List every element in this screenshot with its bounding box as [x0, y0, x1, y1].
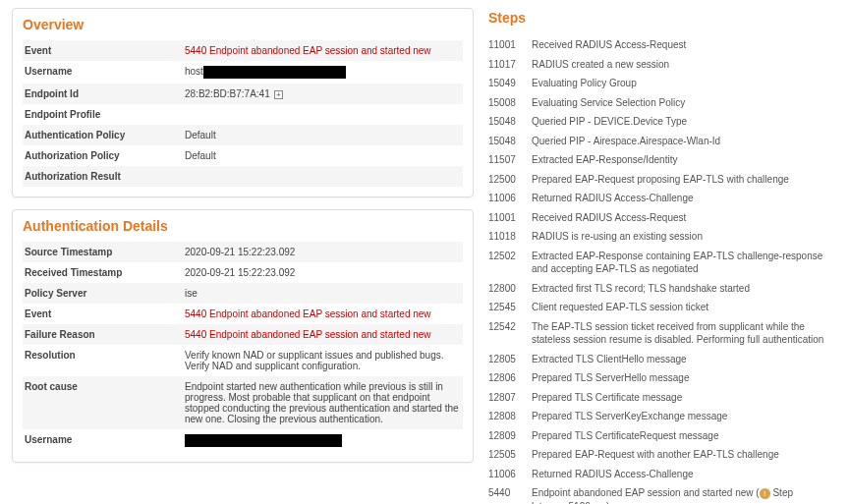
- step-row: 15049Evaluating Policy Group: [488, 74, 837, 93]
- overview-row: Authorization Result: [23, 166, 463, 187]
- step-row: 12805Extracted TLS ClientHello message: [488, 350, 837, 369]
- overview-panel: Overview Event5440 Endpoint abandoned EA…: [12, 8, 474, 197]
- step-text: Evaluating Policy Group: [532, 77, 837, 90]
- step-code: 11018: [488, 230, 532, 244]
- auth-label: Event: [23, 307, 185, 321]
- auth-value: [185, 432, 463, 449]
- step-code: 12800: [488, 282, 532, 296]
- auth-value: Endpoint started new authentication whil…: [185, 379, 463, 426]
- step-code: 12502: [488, 250, 532, 263]
- step-code: 12545: [488, 301, 532, 314]
- overview-value: Default: [185, 128, 463, 142]
- auth-row: Received Timestamp2020-09-21 15:22:23.09…: [23, 262, 463, 283]
- step-text: Prepared TLS CertificateRequest message: [532, 429, 837, 443]
- auth-details-title: Authentication Details: [23, 218, 463, 234]
- overview-value: 28:B2:BD:B7:7A:41+: [185, 86, 463, 101]
- step-row: 12500Prepared EAP-Request proposing EAP-…: [488, 170, 837, 190]
- step-row: 12800Extracted first TLS record; TLS han…: [488, 279, 837, 299]
- auth-value: ise: [185, 286, 463, 301]
- step-code: 12806: [488, 371, 532, 385]
- step-row: 12806Prepared TLS ServerHello message: [488, 368, 837, 388]
- step-text: Received RADIUS Access-Request: [532, 211, 837, 225]
- overview-row: Endpoint Id28:B2:BD:B7:7A:41+: [23, 84, 463, 104]
- warning-icon: !: [760, 488, 770, 499]
- step-row: 12807Prepared TLS Certificate message: [488, 388, 837, 408]
- overview-row: Authorization PolicyDefault: [23, 145, 463, 166]
- overview-row: Usernamehost: [23, 61, 463, 84]
- auth-row: Event5440 Endpoint abandoned EAP session…: [23, 304, 463, 324]
- step-row: 11507Extracted EAP-Response/Identity: [488, 150, 837, 170]
- step-text: Returned RADIUS Access-Challenge: [532, 192, 837, 205]
- redacted-value: [185, 434, 342, 447]
- auth-row: ResolutionVerify known NAD or supplicant…: [23, 345, 463, 376]
- auth-value: 5440 Endpoint abandoned EAP session and …: [185, 327, 463, 342]
- step-text: Extracted EAP-Response containing EAP-TL…: [532, 250, 837, 276]
- auth-label: Failure Reason: [23, 327, 185, 342]
- step-row: 12542The EAP-TLS session ticket received…: [488, 317, 837, 350]
- auth-value: 5440 Endpoint abandoned EAP session and …: [185, 307, 463, 321]
- auth-label: Root cause: [23, 379, 185, 394]
- overview-title: Overview: [23, 17, 463, 32]
- auth-value: Verify known NAD or supplicant issues an…: [185, 348, 463, 373]
- step-text: Prepared TLS ServerKeyExchange message: [532, 410, 837, 423]
- overview-label: Authorization Result: [23, 169, 185, 184]
- redacted-value: [203, 66, 346, 79]
- step-row: 11006Returned RADIUS Access-Challenge: [488, 465, 837, 484]
- step-text: Received RADIUS Access-Request: [532, 38, 837, 52]
- overview-label: Authentication Policy: [23, 128, 185, 142]
- step-row: 11006Returned RADIUS Access-Challenge: [488, 189, 837, 208]
- step-code: 11001: [488, 211, 532, 225]
- auth-label: Username: [23, 432, 185, 447]
- step-text: Queried PIP - DEVICE.Device Type: [532, 115, 837, 129]
- step-code: 11006: [488, 192, 532, 205]
- overview-value: Default: [185, 148, 463, 163]
- step-text: Queried PIP - Airespace.Airespace-Wlan-I…: [532, 135, 837, 148]
- overview-label: Event: [23, 43, 185, 58]
- overview-row: Authentication PolicyDefault: [23, 125, 463, 145]
- step-code: 15049: [488, 77, 532, 90]
- steps-list: 11001Received RADIUS Access-Request11017…: [488, 35, 837, 504]
- step-text: Prepared TLS Certificate message: [532, 391, 837, 405]
- step-row: 15048Queried PIP - DEVICE.Device Type: [488, 112, 837, 132]
- expand-icon[interactable]: +: [274, 90, 283, 99]
- step-code: 12505: [488, 448, 532, 462]
- step-text: Endpoint abandoned EAP session and start…: [532, 486, 837, 504]
- overview-row: Event5440 Endpoint abandoned EAP session…: [23, 40, 463, 61]
- overview-value: 5440 Endpoint abandoned EAP session and …: [185, 43, 463, 58]
- auth-row: Username: [23, 429, 463, 452]
- step-text: Extracted TLS ClientHello message: [532, 353, 837, 366]
- overview-label: Endpoint Id: [23, 86, 185, 101]
- step-code: 15048: [488, 115, 532, 129]
- auth-value: 2020-09-21 15:22:23.092: [185, 245, 463, 259]
- overview-label: Endpoint Profile: [23, 107, 185, 122]
- overview-row: Endpoint Profile: [23, 104, 463, 125]
- step-text: Extracted EAP-Response/Identity: [532, 153, 837, 167]
- auth-value: 2020-09-21 15:22:23.092: [185, 265, 463, 280]
- step-row: 11001Received RADIUS Access-Request: [488, 35, 837, 55]
- step-row: 12809Prepared TLS CertificateRequest mes…: [488, 426, 837, 446]
- step-code: 11507: [488, 153, 532, 167]
- auth-label: Source Timestamp: [23, 245, 185, 259]
- step-code: 12805: [488, 353, 532, 366]
- step-row: 12505Prepared EAP-Request with another E…: [488, 445, 837, 465]
- step-row: 11001Received RADIUS Access-Request: [488, 208, 837, 228]
- step-row: 12808Prepared TLS ServerKeyExchange mess…: [488, 407, 837, 426]
- step-text: Returned RADIUS Access-Challenge: [532, 468, 837, 481]
- overview-value: [185, 169, 463, 173]
- step-code: 15008: [488, 96, 532, 110]
- overview-label: Username: [23, 64, 185, 79]
- steps-title: Steps: [488, 10, 837, 26]
- step-code: 12807: [488, 391, 532, 405]
- step-code: 11001: [488, 38, 532, 52]
- auth-label: Resolution: [23, 348, 185, 363]
- auth-details-panel: Authentication Details Source Timestamp2…: [12, 209, 474, 463]
- step-text: Prepared EAP-Request proposing EAP-TLS w…: [532, 173, 837, 187]
- overview-value: [185, 107, 463, 111]
- step-text: RADIUS is re-using an existing session: [532, 230, 837, 244]
- auth-label: Received Timestamp: [23, 265, 185, 280]
- auth-label: Policy Server: [23, 286, 185, 301]
- overview-value: host: [185, 64, 463, 81]
- step-row: 12502Extracted EAP-Response containing E…: [488, 247, 837, 279]
- step-code: 11006: [488, 468, 532, 481]
- step-code: 12500: [488, 173, 532, 187]
